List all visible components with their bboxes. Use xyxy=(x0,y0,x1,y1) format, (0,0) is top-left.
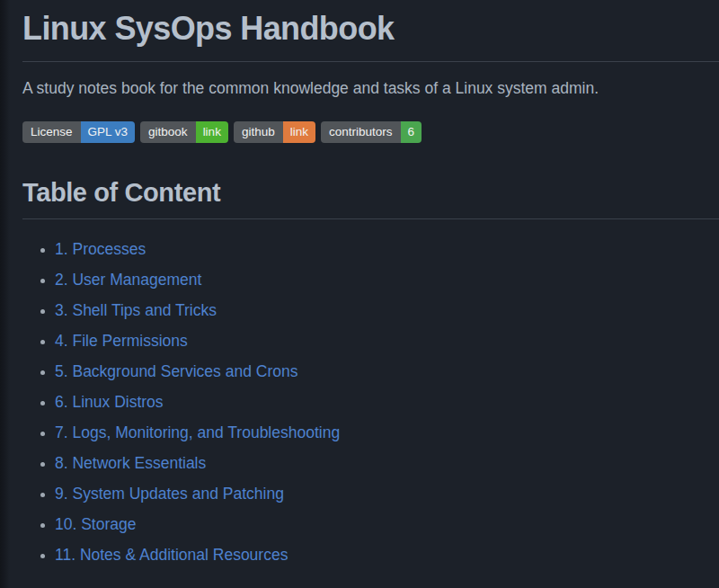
gitbook-badge[interactable]: gitbook link xyxy=(140,121,228,143)
toc-item: 8. Network Essentials xyxy=(55,451,719,475)
badge-row: License GPL v3 gitbook link github link … xyxy=(22,121,719,143)
toc-link-shell-tips[interactable]: 3. Shell Tips and Tricks xyxy=(55,301,217,319)
toc-item: 11. Notes & Additional Resources xyxy=(55,543,719,566)
contributors-badge[interactable]: contributors 6 xyxy=(321,121,422,143)
readme-content: Linux SysOps Handbook A study notes book… xyxy=(0,0,719,566)
toc-link-network-essentials[interactable]: 8. Network Essentials xyxy=(55,454,206,472)
toc-heading: Table of Content xyxy=(22,175,719,219)
toc-link-user-management[interactable]: 2. User Management xyxy=(55,271,201,289)
page-title: Linux SysOps Handbook xyxy=(22,9,719,62)
toc-item: 5. Background Services and Crons xyxy=(55,360,719,383)
license-badge[interactable]: License GPL v3 xyxy=(22,121,135,143)
toc-item: 6. Linux Distros xyxy=(55,390,719,414)
toc-item: 1. Processes xyxy=(55,237,719,261)
contributors-badge-label: contributors xyxy=(321,121,401,143)
toc-link-notes-resources[interactable]: 11. Notes & Additional Resources xyxy=(55,546,288,564)
contributors-badge-value: 6 xyxy=(401,121,422,143)
toc-item: 10. Storage xyxy=(55,512,719,536)
license-badge-label: License xyxy=(22,121,81,143)
github-badge-value: link xyxy=(283,121,315,143)
gitbook-badge-value: link xyxy=(196,121,228,143)
github-badge[interactable]: github link xyxy=(234,121,315,143)
toc-item: 2. User Management xyxy=(55,268,719,291)
toc-link-background-services[interactable]: 5. Background Services and Crons xyxy=(55,362,297,380)
toc-item: 4. File Permissions xyxy=(55,329,719,352)
github-badge-label: github xyxy=(234,121,283,143)
gitbook-badge-label: gitbook xyxy=(140,121,196,143)
description-text: A study notes book for the common knowle… xyxy=(22,76,719,100)
toc-item: 7. Logs, Monitoring, and Troubleshooting xyxy=(55,421,719,444)
readme-page: Linux SysOps Handbook A study notes book… xyxy=(0,0,719,588)
toc-link-system-updates[interactable]: 9. System Updates and Patching xyxy=(55,485,284,503)
toc-link-storage[interactable]: 10. Storage xyxy=(55,515,136,533)
toc-item: 3. Shell Tips and Tricks xyxy=(55,298,719,322)
toc-link-linux-distros[interactable]: 6. Linux Distros xyxy=(55,393,164,411)
toc-link-logs-monitoring[interactable]: 7. Logs, Monitoring, and Troubleshooting xyxy=(55,423,340,441)
toc-link-processes[interactable]: 1. Processes xyxy=(55,240,146,258)
toc-list: 1. Processes 2. User Management 3. Shell… xyxy=(22,237,719,566)
license-badge-value: GPL v3 xyxy=(81,121,136,143)
toc-link-file-permissions[interactable]: 4. File Permissions xyxy=(55,332,188,350)
toc-item: 9. System Updates and Patching xyxy=(55,482,719,505)
